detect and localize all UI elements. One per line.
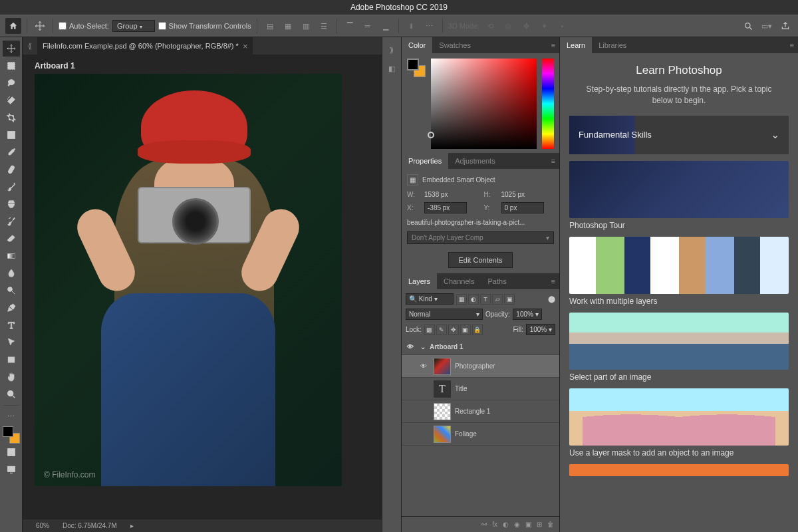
edit-toolbar-icon[interactable]: ⋯ [3,408,20,424]
more-align-icon[interactable]: ⋯ [422,19,437,33]
blend-mode-dropdown[interactable]: Normal ▾ [406,309,483,320]
crop-tool[interactable] [3,110,20,126]
workspace-icon[interactable]: ▭▾ [759,19,774,33]
align-left-icon[interactable]: ▤ [263,19,277,33]
fg-swatch[interactable] [3,426,13,437]
layer-filter-dropdown[interactable]: 🔍 Kind ▾ [406,293,454,305]
link-layers-icon[interactable]: ⚯ [481,521,487,528]
filter-shape-icon[interactable]: ▱ [492,294,503,305]
artboard-label[interactable]: Artboard 1 [35,61,370,70]
tab-layers[interactable]: Layers [402,273,437,289]
lock-transparent-icon[interactable]: ▩ [424,325,435,335]
lock-artboard-icon[interactable]: ▣ [460,325,471,335]
move-tool-icon[interactable] [33,19,47,33]
align-bottom-icon[interactable]: ▁ [378,19,393,33]
learn-card-tour[interactable]: Photoshop Tour [569,161,789,230]
close-tab-icon[interactable]: × [243,41,248,51]
zoom-level[interactable]: 60% [36,522,49,529]
auto-select-checkbox[interactable]: Auto-Select: [59,22,109,30]
learn-card-layers[interactable]: Work with multiple layers [569,237,789,306]
lasso-tool[interactable] [3,75,20,91]
share-icon[interactable] [778,19,793,33]
tab-adjustments[interactable]: Adjustments [448,153,502,169]
visibility-icon[interactable]: 👁 [418,362,430,370]
tab-paths[interactable]: Paths [481,273,513,289]
blur-tool[interactable] [3,265,20,281]
layer-rectangle[interactable]: Rectangle 1 [402,400,559,423]
align-top-icon[interactable]: ▔ [342,19,357,33]
screen-mode-tool[interactable] [3,462,20,477]
path-selection-tool[interactable] [3,334,20,350]
canvas[interactable]: © FileInfo.com [35,74,342,486]
panel-menu-icon[interactable]: ≡ [547,37,559,53]
eyedropper-tool[interactable] [3,144,20,160]
filter-smart-icon[interactable]: ▣ [504,294,515,305]
new-layer-icon[interactable]: ⊞ [537,521,542,528]
eraser-tool[interactable] [3,231,20,247]
layer-mask-icon[interactable]: ◐ [503,521,509,528]
type-tool[interactable] [3,317,20,333]
align-right-icon[interactable]: ▥ [299,19,313,33]
color-swatch-tool[interactable] [3,426,20,444]
quick-mask-tool[interactable] [3,444,20,460]
tab-arrows-icon[interactable]: ⟪ [23,42,37,51]
color-field[interactable] [431,59,537,149]
marquee-tool[interactable] [3,58,20,74]
layer-thumb[interactable] [434,403,451,420]
healing-brush-tool[interactable] [3,162,20,178]
filter-toggle[interactable]: ⬤ [548,295,555,303]
move-tool[interactable] [3,41,20,57]
lock-position-icon[interactable]: ✥ [448,325,459,335]
learn-card-mask[interactable]: Use a layer mask to add an object to an … [569,388,789,458]
filter-adjust-icon[interactable]: ◐ [468,294,479,305]
new-fill-icon[interactable]: ◉ [514,521,520,528]
status-menu-icon[interactable]: ▸ [130,522,134,529]
learn-card-select[interactable]: Select part of an image [569,313,789,382]
history-panel-icon[interactable]: ◧ [384,61,399,76]
new-group-icon[interactable]: ▣ [525,521,531,528]
dodge-tool[interactable] [3,283,20,299]
auto-select-dropdown[interactable]: Group ▾ [112,20,155,32]
opacity-input[interactable]: 100% ▾ [513,309,542,320]
tab-color[interactable]: Color [402,37,432,53]
collapse-icon[interactable]: ⌄ [420,343,426,350]
layer-comp-dropdown[interactable]: Don't Apply Layer Comp▾ [407,231,554,244]
layer-foliage[interactable]: Foliage [402,423,559,446]
filter-type-icon[interactable]: T [480,294,491,305]
zoom-tool[interactable] [3,386,20,402]
layer-thumb[interactable] [434,426,451,443]
brush-tool[interactable] [3,179,20,195]
doc-size[interactable]: Doc: 6.75M/24.7M [63,522,117,529]
layer-photographer[interactable]: 👁 Photographer [402,355,559,378]
hand-tool[interactable] [3,369,20,385]
gradient-tool[interactable] [3,248,20,264]
distribute-h-icon[interactable]: ☰ [317,19,331,33]
tab-properties[interactable]: Properties [402,153,448,169]
hue-slider[interactable] [542,59,554,149]
edit-contents-button[interactable]: Edit Contents [448,252,512,268]
history-brush-tool[interactable] [3,213,20,229]
magic-wand-tool[interactable] [3,92,20,108]
delete-layer-icon[interactable]: 🗑 [547,521,554,528]
home-button[interactable] [5,18,21,34]
tab-swatches[interactable]: Swatches [432,37,477,53]
x-input[interactable] [424,202,467,213]
pen-tool[interactable] [3,300,20,316]
tab-learn[interactable]: Learn [560,37,592,53]
fill-input[interactable]: 100% ▾ [526,324,555,335]
lock-all-icon[interactable]: 🔒 [472,325,483,335]
learn-card-next[interactable] [569,464,789,476]
visibility-icon[interactable]: 👁 [404,343,416,350]
distribute-v-icon[interactable]: ⦀ [404,19,419,33]
show-transform-checkbox[interactable]: Show Transform Controls [158,22,251,30]
search-icon[interactable] [741,19,755,33]
lock-pixels-icon[interactable]: ✎ [436,325,447,335]
y-input[interactable] [501,202,544,213]
panel-menu-icon[interactable]: ≡ [547,153,559,169]
rectangle-tool[interactable] [3,352,20,368]
learn-hero[interactable]: Fundamental Skills ⌄ [569,116,789,154]
color-swatches[interactable] [407,59,426,77]
document-tab[interactable]: FileInfo.com Example.psd @ 60% (Photogra… [37,37,253,55]
layer-artboard[interactable]: 👁 ⌄ Artboard 1 [402,339,559,355]
tab-channels[interactable]: Channels [437,273,481,289]
